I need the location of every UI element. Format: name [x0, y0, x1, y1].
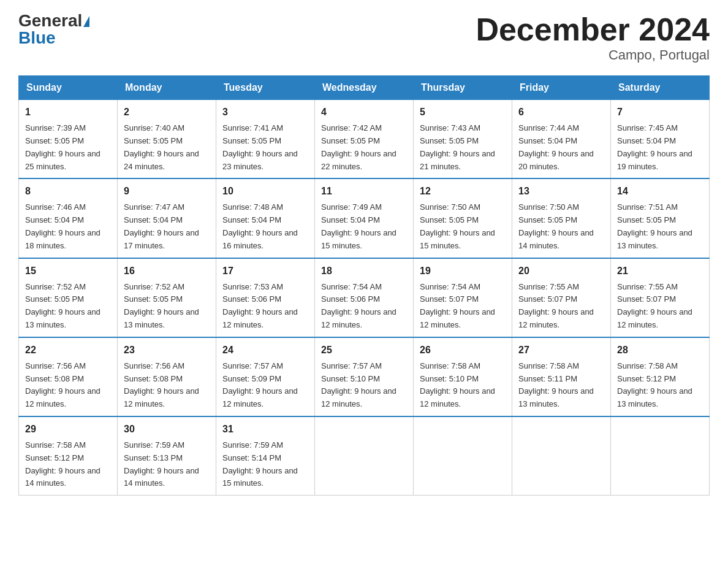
table-row: 4 Sunrise: 7:42 AMSunset: 5:05 PMDayligh… — [315, 100, 414, 179]
table-row: 29 Sunrise: 7:58 AMSunset: 5:12 PMDaylig… — [19, 416, 118, 496]
day-info: Sunrise: 7:46 AMSunset: 5:04 PMDaylight:… — [25, 202, 100, 250]
day-info: Sunrise: 7:40 AMSunset: 5:05 PMDaylight:… — [124, 123, 199, 170]
day-info: Sunrise: 7:52 AMSunset: 5:05 PMDaylight:… — [124, 282, 199, 329]
table-row: 30 Sunrise: 7:59 AMSunset: 5:13 PMDaylig… — [118, 416, 216, 496]
day-info: Sunrise: 7:39 AMSunset: 5:05 PMDaylight:… — [25, 123, 100, 170]
table-row: 28 Sunrise: 7:58 AMSunset: 5:12 PMDaylig… — [611, 337, 710, 416]
table-row: 16 Sunrise: 7:52 AMSunset: 5:05 PMDaylig… — [118, 258, 216, 337]
day-info: Sunrise: 7:41 AMSunset: 5:05 PMDaylight:… — [222, 123, 298, 170]
day-info: Sunrise: 7:59 AMSunset: 5:13 PMDaylight:… — [124, 440, 199, 488]
table-row: 7 Sunrise: 7:45 AMSunset: 5:04 PMDayligh… — [611, 100, 710, 179]
table-row — [414, 416, 512, 496]
table-row: 27 Sunrise: 7:58 AMSunset: 5:11 PMDaylig… — [512, 337, 611, 416]
table-row: 14 Sunrise: 7:51 AMSunset: 5:05 PMDaylig… — [611, 178, 710, 258]
day-info: Sunrise: 7:50 AMSunset: 5:05 PMDaylight:… — [518, 202, 594, 250]
logo: General Blue — [18, 12, 89, 47]
table-row: 11 Sunrise: 7:49 AMSunset: 5:04 PMDaylig… — [315, 178, 414, 258]
day-number: 9 — [124, 184, 210, 199]
day-number: 23 — [124, 343, 210, 358]
day-number: 7 — [617, 105, 703, 120]
day-info: Sunrise: 7:42 AMSunset: 5:05 PMDaylight:… — [321, 123, 396, 170]
table-row: 8 Sunrise: 7:46 AMSunset: 5:04 PMDayligh… — [19, 178, 118, 258]
calendar-week-4: 22 Sunrise: 7:56 AMSunset: 5:08 PMDaylig… — [19, 337, 710, 416]
header-thursday: Thursday — [414, 76, 512, 100]
page-title: December 2024 — [476, 12, 710, 47]
calendar-week-1: 1 Sunrise: 7:39 AMSunset: 5:05 PMDayligh… — [19, 100, 710, 179]
day-info: Sunrise: 7:43 AMSunset: 5:05 PMDaylight:… — [420, 123, 495, 170]
day-number: 27 — [518, 343, 604, 358]
table-row: 31 Sunrise: 7:59 AMSunset: 5:14 PMDaylig… — [216, 416, 315, 496]
calendar-week-5: 29 Sunrise: 7:58 AMSunset: 5:12 PMDaylig… — [19, 416, 710, 496]
header-sunday: Sunday — [19, 76, 118, 100]
day-number: 13 — [518, 184, 604, 199]
table-row — [315, 416, 414, 496]
table-row: 23 Sunrise: 7:56 AMSunset: 5:08 PMDaylig… — [118, 337, 216, 416]
table-row: 5 Sunrise: 7:43 AMSunset: 5:05 PMDayligh… — [414, 100, 512, 179]
table-row — [611, 416, 710, 496]
day-number: 17 — [222, 264, 308, 278]
day-info: Sunrise: 7:56 AMSunset: 5:08 PMDaylight:… — [25, 361, 100, 408]
day-number: 26 — [420, 343, 506, 358]
day-number: 3 — [222, 105, 308, 120]
day-info: Sunrise: 7:53 AMSunset: 5:06 PMDaylight:… — [222, 282, 298, 329]
day-number: 4 — [321, 105, 407, 120]
header-tuesday: Tuesday — [216, 76, 315, 100]
day-number: 8 — [25, 184, 111, 199]
table-row: 10 Sunrise: 7:48 AMSunset: 5:04 PMDaylig… — [216, 178, 315, 258]
day-info: Sunrise: 7:57 AMSunset: 5:10 PMDaylight:… — [321, 361, 396, 408]
table-row: 22 Sunrise: 7:56 AMSunset: 5:08 PMDaylig… — [19, 337, 118, 416]
page-subtitle: Campo, Portugal — [476, 47, 710, 63]
day-info: Sunrise: 7:57 AMSunset: 5:09 PMDaylight:… — [222, 361, 298, 408]
day-number: 24 — [222, 343, 308, 358]
table-row: 9 Sunrise: 7:47 AMSunset: 5:04 PMDayligh… — [118, 178, 216, 258]
day-info: Sunrise: 7:45 AMSunset: 5:04 PMDaylight:… — [617, 123, 692, 170]
logo-text: General — [18, 12, 89, 29]
day-number: 31 — [222, 422, 308, 437]
day-info: Sunrise: 7:58 AMSunset: 5:11 PMDaylight:… — [518, 361, 594, 408]
day-info: Sunrise: 7:47 AMSunset: 5:04 PMDaylight:… — [124, 202, 199, 250]
day-number: 16 — [124, 264, 210, 278]
day-info: Sunrise: 7:54 AMSunset: 5:07 PMDaylight:… — [420, 282, 495, 329]
day-number: 21 — [617, 264, 703, 278]
table-row: 12 Sunrise: 7:50 AMSunset: 5:05 PMDaylig… — [414, 178, 512, 258]
calendar-body: 1 Sunrise: 7:39 AMSunset: 5:05 PMDayligh… — [19, 100, 710, 496]
day-info: Sunrise: 7:58 AMSunset: 5:10 PMDaylight:… — [420, 361, 495, 408]
day-info: Sunrise: 7:55 AMSunset: 5:07 PMDaylight:… — [617, 282, 692, 329]
day-number: 10 — [222, 184, 308, 199]
day-info: Sunrise: 7:51 AMSunset: 5:05 PMDaylight:… — [617, 202, 692, 250]
table-row — [512, 416, 611, 496]
calendar-week-2: 8 Sunrise: 7:46 AMSunset: 5:04 PMDayligh… — [19, 178, 710, 258]
table-row: 19 Sunrise: 7:54 AMSunset: 5:07 PMDaylig… — [414, 258, 512, 337]
day-number: 18 — [321, 264, 407, 278]
logo-triangle-icon — [83, 16, 89, 27]
day-number: 25 — [321, 343, 407, 358]
day-number: 15 — [25, 264, 111, 278]
day-info: Sunrise: 7:54 AMSunset: 5:06 PMDaylight:… — [321, 282, 396, 329]
table-row: 3 Sunrise: 7:41 AMSunset: 5:05 PMDayligh… — [216, 100, 315, 179]
day-info: Sunrise: 7:59 AMSunset: 5:14 PMDaylight:… — [222, 440, 298, 488]
day-info: Sunrise: 7:52 AMSunset: 5:05 PMDaylight:… — [25, 282, 100, 329]
table-row: 6 Sunrise: 7:44 AMSunset: 5:04 PMDayligh… — [512, 100, 611, 179]
header-monday: Monday — [118, 76, 216, 100]
header-friday: Friday — [512, 76, 611, 100]
header-saturday: Saturday — [611, 76, 710, 100]
day-number: 1 — [25, 105, 111, 120]
day-number: 14 — [617, 184, 703, 199]
day-info: Sunrise: 7:55 AMSunset: 5:07 PMDaylight:… — [518, 282, 594, 329]
calendar-week-3: 15 Sunrise: 7:52 AMSunset: 5:05 PMDaylig… — [19, 258, 710, 337]
day-info: Sunrise: 7:58 AMSunset: 5:12 PMDaylight:… — [25, 440, 100, 488]
day-number: 5 — [420, 105, 506, 120]
day-number: 2 — [124, 105, 210, 120]
day-number: 12 — [420, 184, 506, 199]
day-number: 11 — [321, 184, 407, 199]
table-row: 25 Sunrise: 7:57 AMSunset: 5:10 PMDaylig… — [315, 337, 414, 416]
day-number: 19 — [420, 264, 506, 278]
day-number: 28 — [617, 343, 703, 358]
weekday-header-row: Sunday Monday Tuesday Wednesday Thursday… — [19, 76, 710, 100]
day-number: 20 — [518, 264, 604, 278]
table-row: 18 Sunrise: 7:54 AMSunset: 5:06 PMDaylig… — [315, 258, 414, 337]
day-info: Sunrise: 7:48 AMSunset: 5:04 PMDaylight:… — [222, 202, 298, 250]
title-block: December 2024 Campo, Portugal — [476, 12, 710, 63]
table-row: 15 Sunrise: 7:52 AMSunset: 5:05 PMDaylig… — [19, 258, 118, 337]
table-row: 17 Sunrise: 7:53 AMSunset: 5:06 PMDaylig… — [216, 258, 315, 337]
